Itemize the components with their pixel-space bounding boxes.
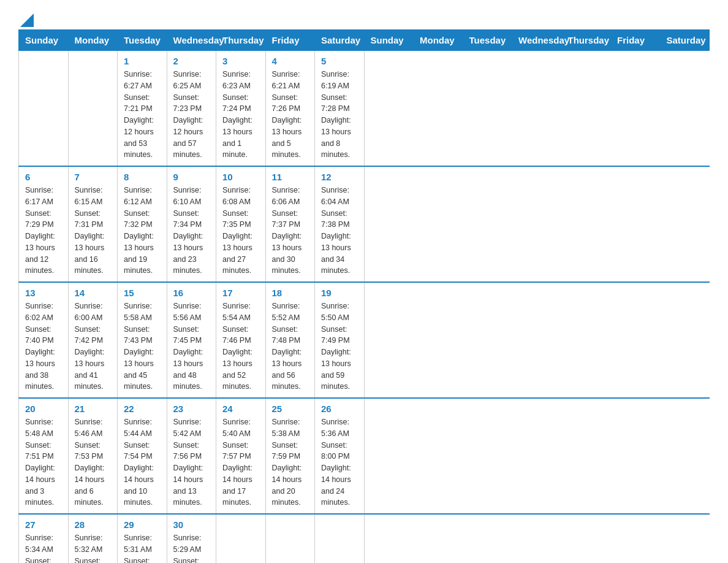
col-header-tuesday: Tuesday <box>463 30 512 51</box>
day-number: 13 <box>25 288 62 298</box>
day-number: 1 <box>124 56 161 66</box>
calendar-cell: 6Sunrise: 6:17 AMSunset: 7:29 PMDaylight… <box>19 166 69 282</box>
calendar-cell: 8Sunrise: 6:12 AMSunset: 7:32 PMDaylight… <box>118 166 167 282</box>
calendar-cell <box>265 514 315 563</box>
calendar-cell: 15Sunrise: 5:58 AMSunset: 7:43 PMDayligh… <box>118 282 167 398</box>
calendar-cell: 21Sunrise: 5:46 AMSunset: 7:53 PMDayligh… <box>68 398 118 514</box>
day-number: 28 <box>75 519 112 530</box>
day-number: 7 <box>75 172 112 182</box>
day-info: Sunrise: 6:02 AMSunset: 7:40 PMDaylight:… <box>25 301 62 393</box>
day-info: Sunrise: 5:31 AMSunset: 8:05 PMDaylight:… <box>124 532 161 563</box>
logo-row <box>18 12 34 27</box>
day-number: 4 <box>272 56 309 66</box>
calendar-cell <box>19 51 69 167</box>
day-number: 24 <box>222 404 259 414</box>
calendar-cell <box>68 51 118 167</box>
col-header-sunday: Sunday <box>364 30 414 51</box>
calendar-cell: 11Sunrise: 6:06 AMSunset: 7:37 PMDayligh… <box>265 166 315 282</box>
calendar-week-row: 1Sunrise: 6:27 AMSunset: 7:21 PMDaylight… <box>19 51 710 167</box>
day-number: 16 <box>173 288 210 298</box>
day-number: 9 <box>173 172 210 182</box>
day-info: Sunrise: 5:44 AMSunset: 7:54 PMDaylight:… <box>124 416 161 508</box>
day-number: 25 <box>272 404 309 414</box>
day-info: Sunrise: 6:27 AMSunset: 7:21 PMDaylight:… <box>124 69 161 161</box>
day-number: 15 <box>124 288 161 298</box>
day-number: 18 <box>272 288 309 298</box>
day-number: 23 <box>173 404 210 414</box>
day-info: Sunrise: 5:29 AMSunset: 8:06 PMDaylight:… <box>173 532 210 563</box>
col-header-thursday: Thursday <box>561 30 611 51</box>
day-number: 27 <box>25 519 62 530</box>
col-header-monday: Monday <box>68 30 118 51</box>
calendar-cell <box>216 514 266 563</box>
day-number: 21 <box>75 404 112 414</box>
day-number: 3 <box>222 56 259 66</box>
day-info: Sunrise: 5:46 AMSunset: 7:53 PMDaylight:… <box>75 416 112 508</box>
calendar-week-row: 20Sunrise: 5:48 AMSunset: 7:51 PMDayligh… <box>19 398 710 514</box>
logo-triangle-icon <box>20 13 34 27</box>
logo-wrapper <box>18 12 34 23</box>
calendar-cell: 12Sunrise: 6:04 AMSunset: 7:38 PMDayligh… <box>315 166 365 282</box>
calendar-cell: 18Sunrise: 5:52 AMSunset: 7:48 PMDayligh… <box>265 282 315 398</box>
col-header-friday: Friday <box>265 30 315 51</box>
day-info: Sunrise: 6:04 AMSunset: 7:38 PMDaylight:… <box>321 185 358 277</box>
calendar-cell: 23Sunrise: 5:42 AMSunset: 7:56 PMDayligh… <box>167 398 216 514</box>
day-info: Sunrise: 5:58 AMSunset: 7:43 PMDaylight:… <box>124 301 161 393</box>
day-info: Sunrise: 6:17 AMSunset: 7:29 PMDaylight:… <box>25 185 62 277</box>
day-number: 8 <box>124 172 161 182</box>
day-info: Sunrise: 6:12 AMSunset: 7:32 PMDaylight:… <box>124 185 161 277</box>
calendar-cell: 5Sunrise: 6:19 AMSunset: 7:28 PMDaylight… <box>315 51 365 167</box>
calendar-cell: 13Sunrise: 6:02 AMSunset: 7:40 PMDayligh… <box>19 282 69 398</box>
col-header-tuesday: Tuesday <box>118 30 167 51</box>
calendar-cell: 27Sunrise: 5:34 AMSunset: 8:02 PMDayligh… <box>19 514 69 563</box>
calendar-cell: 22Sunrise: 5:44 AMSunset: 7:54 PMDayligh… <box>118 398 167 514</box>
day-info: Sunrise: 5:42 AMSunset: 7:56 PMDaylight:… <box>173 416 210 508</box>
calendar-cell: 14Sunrise: 6:00 AMSunset: 7:42 PMDayligh… <box>68 282 118 398</box>
col-header-saturday: Saturday <box>315 30 365 51</box>
calendar-cell: 28Sunrise: 5:32 AMSunset: 8:03 PMDayligh… <box>68 514 118 563</box>
day-info: Sunrise: 5:52 AMSunset: 7:48 PMDaylight:… <box>272 301 309 393</box>
calendar-cell <box>315 514 365 563</box>
day-info: Sunrise: 5:40 AMSunset: 7:57 PMDaylight:… <box>222 416 259 508</box>
day-info: Sunrise: 6:10 AMSunset: 7:34 PMDaylight:… <box>173 185 210 277</box>
day-info: Sunrise: 5:36 AMSunset: 8:00 PMDaylight:… <box>321 416 358 508</box>
col-header-wednesday: Wednesday <box>167 30 216 51</box>
calendar-week-row: 13Sunrise: 6:02 AMSunset: 7:40 PMDayligh… <box>19 282 710 398</box>
day-info: Sunrise: 6:19 AMSunset: 7:28 PMDaylight:… <box>321 69 358 161</box>
calendar-cell: 24Sunrise: 5:40 AMSunset: 7:57 PMDayligh… <box>216 398 266 514</box>
day-info: Sunrise: 5:50 AMSunset: 7:49 PMDaylight:… <box>321 301 358 393</box>
day-number: 11 <box>272 172 309 182</box>
day-info: Sunrise: 5:54 AMSunset: 7:46 PMDaylight:… <box>222 301 259 393</box>
day-number: 12 <box>321 172 358 182</box>
calendar-cell: 19Sunrise: 5:50 AMSunset: 7:49 PMDayligh… <box>315 282 365 398</box>
day-info: Sunrise: 6:15 AMSunset: 7:31 PMDaylight:… <box>75 185 112 277</box>
day-info: Sunrise: 5:56 AMSunset: 7:45 PMDaylight:… <box>173 301 210 393</box>
col-header-monday: Monday <box>414 30 463 51</box>
svg-marker-0 <box>20 13 34 27</box>
day-info: Sunrise: 5:32 AMSunset: 8:03 PMDaylight:… <box>75 532 112 563</box>
calendar-cell: 7Sunrise: 6:15 AMSunset: 7:31 PMDaylight… <box>68 166 118 282</box>
day-number: 2 <box>173 56 210 66</box>
col-header-thursday: Thursday <box>216 30 266 51</box>
day-number: 10 <box>222 172 259 182</box>
calendar-week-row: 27Sunrise: 5:34 AMSunset: 8:02 PMDayligh… <box>19 514 710 563</box>
day-number: 19 <box>321 288 358 298</box>
calendar-cell: 30Sunrise: 5:29 AMSunset: 8:06 PMDayligh… <box>167 514 216 563</box>
day-number: 5 <box>321 56 358 66</box>
calendar-cell: 3Sunrise: 6:23 AMSunset: 7:24 PMDaylight… <box>216 51 266 167</box>
day-info: Sunrise: 5:48 AMSunset: 7:51 PMDaylight:… <box>25 416 62 508</box>
day-info: Sunrise: 5:38 AMSunset: 7:59 PMDaylight:… <box>272 416 309 508</box>
calendar-table: SundayMondayTuesdayWednesdayThursdayFrid… <box>18 29 710 563</box>
calendar-cell: 29Sunrise: 5:31 AMSunset: 8:05 PMDayligh… <box>118 514 167 563</box>
calendar-cell: 17Sunrise: 5:54 AMSunset: 7:46 PMDayligh… <box>216 282 266 398</box>
col-header-wednesday: Wednesday <box>512 30 562 51</box>
calendar-cell: 25Sunrise: 5:38 AMSunset: 7:59 PMDayligh… <box>265 398 315 514</box>
day-info: Sunrise: 5:34 AMSunset: 8:02 PMDaylight:… <box>25 532 62 563</box>
day-number: 14 <box>75 288 112 298</box>
calendar-cell: 10Sunrise: 6:08 AMSunset: 7:35 PMDayligh… <box>216 166 266 282</box>
day-info: Sunrise: 6:21 AMSunset: 7:26 PMDaylight:… <box>272 69 309 161</box>
calendar-cell: 2Sunrise: 6:25 AMSunset: 7:23 PMDaylight… <box>167 51 216 167</box>
calendar-week-row: 6Sunrise: 6:17 AMSunset: 7:29 PMDaylight… <box>19 166 710 282</box>
day-number: 20 <box>25 404 62 414</box>
day-info: Sunrise: 6:08 AMSunset: 7:35 PMDaylight:… <box>222 185 259 277</box>
